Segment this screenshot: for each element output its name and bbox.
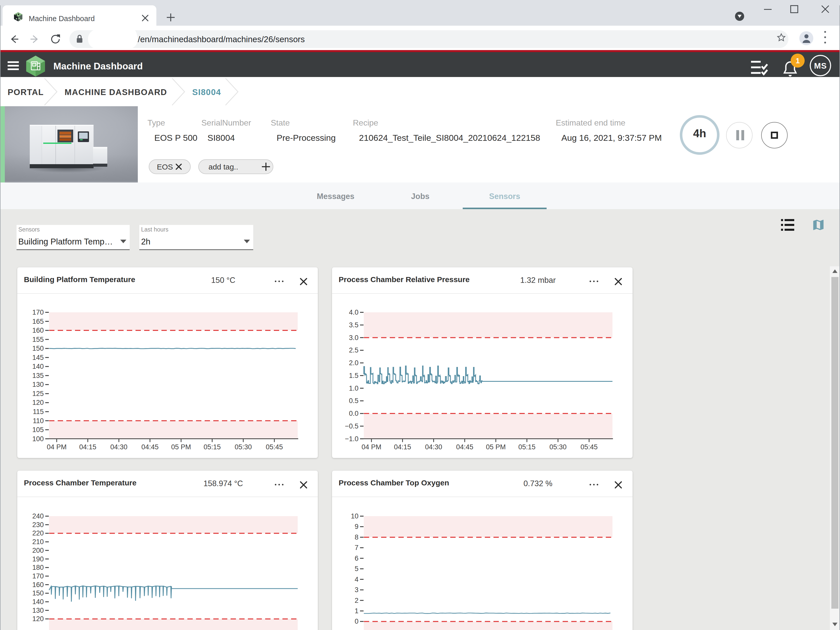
svg-text:04 PM: 04 PM bbox=[47, 443, 66, 451]
svg-text:105: 105 bbox=[32, 426, 44, 433]
svg-text:05:15: 05:15 bbox=[204, 443, 221, 451]
svg-text:150: 150 bbox=[32, 345, 44, 352]
svg-text:04:15: 04:15 bbox=[394, 443, 411, 451]
svg-text:1.5: 1.5 bbox=[349, 372, 358, 380]
svg-text:170: 170 bbox=[32, 309, 44, 316]
svg-text:200: 200 bbox=[32, 547, 44, 554]
svg-text:170: 170 bbox=[32, 572, 44, 580]
svg-text:−1.0: −1.0 bbox=[345, 435, 358, 443]
svg-text:04:15: 04:15 bbox=[79, 443, 96, 451]
svg-text:220: 220 bbox=[32, 529, 44, 537]
svg-text:2.0: 2.0 bbox=[349, 359, 358, 367]
svg-text:4: 4 bbox=[355, 576, 358, 583]
svg-text:180: 180 bbox=[32, 564, 44, 571]
svg-text:130: 130 bbox=[32, 381, 44, 388]
svg-text:160: 160 bbox=[32, 581, 44, 589]
svg-text:0.0: 0.0 bbox=[349, 410, 358, 417]
svg-text:160: 160 bbox=[32, 326, 44, 334]
svg-text:05 PM: 05 PM bbox=[486, 443, 506, 451]
svg-text:115: 115 bbox=[33, 408, 44, 416]
svg-text:05:15: 05:15 bbox=[518, 443, 536, 451]
svg-text:10: 10 bbox=[351, 512, 358, 520]
svg-text:1.0: 1.0 bbox=[349, 384, 358, 392]
svg-text:0: 0 bbox=[355, 617, 358, 625]
svg-text:135: 135 bbox=[32, 372, 44, 380]
svg-text:2.5: 2.5 bbox=[349, 346, 358, 354]
svg-text:05 PM: 05 PM bbox=[171, 443, 191, 451]
svg-text:165: 165 bbox=[32, 318, 44, 325]
svg-text:125: 125 bbox=[32, 390, 44, 397]
svg-text:230: 230 bbox=[32, 521, 44, 529]
svg-text:110: 110 bbox=[33, 417, 44, 425]
svg-text:130: 130 bbox=[32, 606, 44, 614]
svg-text:190: 190 bbox=[32, 555, 44, 563]
svg-text:140: 140 bbox=[32, 598, 44, 606]
svg-text:155: 155 bbox=[32, 336, 44, 343]
svg-text:04:45: 04:45 bbox=[141, 443, 159, 451]
svg-text:120: 120 bbox=[32, 399, 44, 406]
svg-text:210: 210 bbox=[32, 538, 44, 546]
svg-text:145: 145 bbox=[32, 354, 44, 361]
svg-text:05:45: 05:45 bbox=[580, 443, 598, 451]
svg-text:5: 5 bbox=[355, 565, 358, 573]
svg-text:8: 8 bbox=[355, 534, 358, 541]
svg-text:3.5: 3.5 bbox=[349, 321, 358, 329]
svg-text:04:30: 04:30 bbox=[425, 443, 442, 451]
svg-text:1: 1 bbox=[355, 607, 358, 615]
svg-text:04 PM: 04 PM bbox=[362, 443, 381, 451]
svg-text:7: 7 bbox=[355, 544, 358, 551]
svg-text:4.0: 4.0 bbox=[349, 309, 358, 316]
svg-text:6: 6 bbox=[355, 554, 358, 562]
svg-text:05:30: 05:30 bbox=[235, 443, 252, 451]
svg-text:9: 9 bbox=[355, 523, 358, 531]
svg-text:05:30: 05:30 bbox=[549, 443, 567, 451]
svg-text:100: 100 bbox=[32, 435, 44, 443]
svg-text:3: 3 bbox=[355, 586, 358, 594]
svg-text:140: 140 bbox=[32, 363, 44, 370]
svg-text:2: 2 bbox=[355, 597, 358, 604]
svg-text:−0.5: −0.5 bbox=[345, 422, 358, 430]
svg-text:0.5: 0.5 bbox=[349, 397, 358, 405]
svg-text:240: 240 bbox=[32, 512, 44, 520]
svg-text:04:30: 04:30 bbox=[111, 443, 128, 451]
svg-text:05:45: 05:45 bbox=[266, 443, 283, 451]
svg-text:120: 120 bbox=[32, 615, 44, 623]
svg-text:04:45: 04:45 bbox=[456, 443, 474, 451]
svg-text:150: 150 bbox=[32, 589, 44, 597]
svg-text:3.0: 3.0 bbox=[349, 334, 358, 342]
